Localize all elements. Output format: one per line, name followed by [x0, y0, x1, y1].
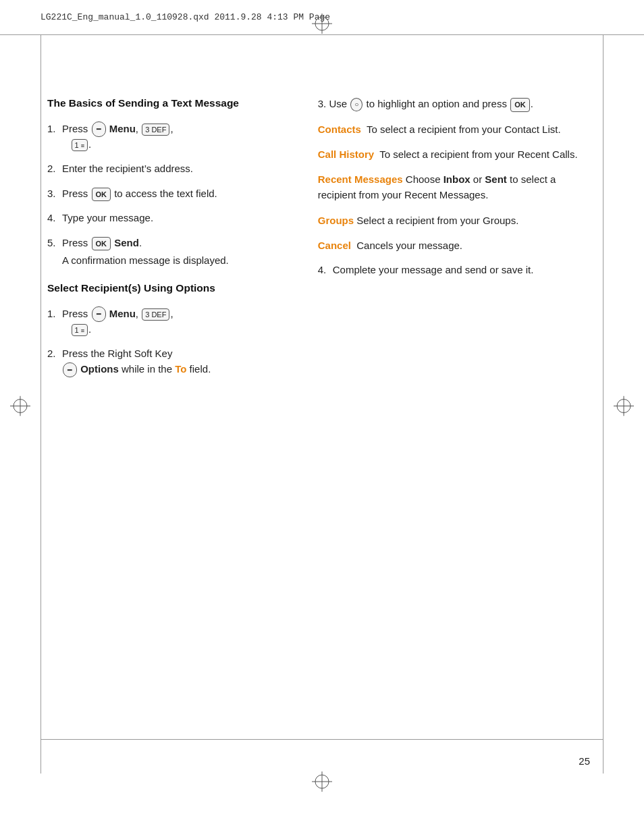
top-crosshair	[312, 13, 332, 36]
call-history-label: Call History	[318, 148, 374, 160]
call-history-entry: Call History To select a recipient from …	[318, 146, 597, 162]
step-3-text: Press OK to access the text field.	[62, 186, 298, 202]
right-border-line	[603, 35, 603, 774]
bottom-crosshair	[312, 771, 332, 794]
final-step-text: Complete your message and send or save i…	[333, 263, 597, 278]
step-1-text: Press ━ Menu, 3 DEF, 1 ≡.	[62, 121, 298, 153]
section2-step-1-num: 1.	[47, 306, 62, 322]
step-1: 1. Press ━ Menu, 3 DEF, 1 ≡.	[47, 121, 298, 153]
left-crosshair	[10, 396, 30, 418]
section2-step-1-text: Press ━ Menu, 3 DEF, 1 ≡.	[62, 306, 298, 337]
recent-messages-entry: Recent Messages Choose Inbox or Sent to …	[318, 171, 597, 203]
section1-title: The Basics of Sending a Text Message	[47, 96, 298, 111]
step-4-num: 4.	[47, 211, 62, 226]
cancel-entry: Cancel Cancels your message.	[318, 238, 597, 253]
step-4: 4. Type your message.	[47, 211, 298, 226]
right-intro-step: 3. Use ○ to highlight an option and pres…	[318, 96, 597, 112]
header-text: LG221C_Eng_manual_1.0_110928.qxd 2011.9.…	[41, 12, 330, 22]
groups-label: Groups	[318, 215, 354, 226]
section2-step-1: 1. Press ━ Menu, 3 DEF, 1 ≡.	[47, 306, 298, 337]
left-border-line	[41, 35, 41, 774]
step-3-num: 3.	[47, 186, 62, 202]
key-1abc-1: 1 ≡	[72, 139, 88, 152]
page-number: 25	[579, 755, 590, 767]
step-1-num: 1.	[47, 121, 62, 137]
step-5: 5. Press OK Send. A confirmation message…	[47, 236, 298, 269]
step-3: 3. Press OK to access the text field.	[47, 186, 298, 202]
groups-entry: Groups Select a recipient from your Grou…	[318, 213, 597, 228]
step-2: 2. Enter the recipient’s address.	[47, 161, 298, 177]
section2-step-2: 2. Press the Right Soft Key ━ Options wh…	[47, 346, 298, 377]
main-content: The Basics of Sending a Text Message 1. …	[47, 35, 597, 774]
section2-title: Select Recipient(s) Using Options	[47, 281, 298, 296]
cancel-label: Cancel	[318, 240, 351, 251]
step-5-num: 5.	[47, 236, 62, 251]
section2-step-2-num: 2.	[47, 346, 62, 362]
section2-step-2-text: Press the Right Soft Key ━ Options while…	[62, 346, 298, 377]
recent-messages-label: Recent Messages	[318, 173, 403, 185]
step-5-text: Press OK Send.	[62, 236, 298, 251]
contacts-entry: Contacts To select a recipient from your…	[318, 121, 597, 137]
rsk-key-icon: ━	[63, 362, 77, 378]
step-4-text: Type your message.	[62, 211, 298, 226]
step-2-num: 2.	[47, 161, 62, 177]
key-3def-1: 3 DEF	[142, 124, 169, 136]
menu-key-icon-1: ━	[92, 121, 106, 137]
right-final-step: 4. Complete your message and send or sav…	[318, 263, 597, 278]
contacts-label: Contacts	[318, 124, 361, 135]
right-column: 3. Use ○ to highlight an option and pres…	[311, 96, 597, 774]
right-crosshair	[614, 396, 634, 418]
ok-key-right: OK	[510, 98, 530, 112]
final-step-num: 4.	[318, 263, 333, 278]
ok-key-icon-1: OK	[92, 188, 111, 202]
left-column: The Basics of Sending a Text Message 1. …	[47, 96, 311, 774]
confirmation-note: A confirmation message is displayed.	[62, 253, 298, 269]
key-1abc-2: 1 ≡	[72, 324, 88, 337]
ok-key-icon-2: OK	[92, 237, 111, 251]
step-2-text: Enter the recipient’s address.	[62, 161, 298, 177]
nav-key-icon: ○	[350, 98, 363, 111]
menu-key-icon-2: ━	[92, 306, 106, 322]
key-3def-2: 3 DEF	[142, 308, 169, 321]
